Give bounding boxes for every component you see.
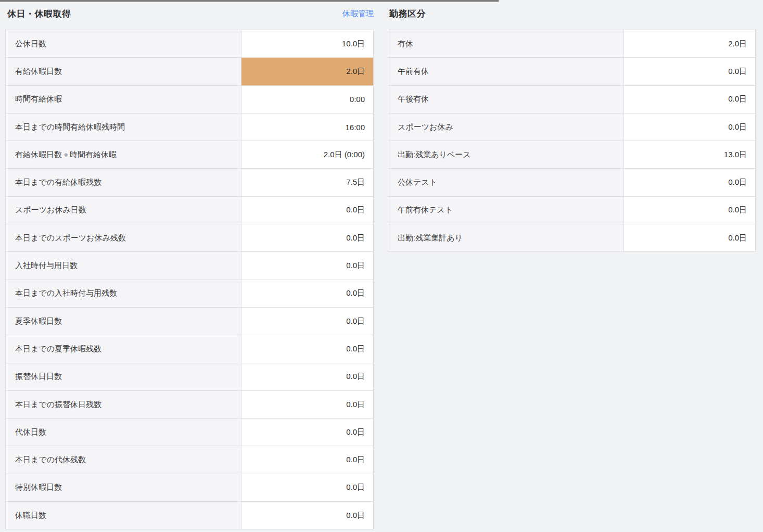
table-row: 特別休暇日数0.0日	[6, 474, 374, 501]
row-label: 時間有給休暇	[6, 85, 241, 113]
row-value: 0.0日	[241, 474, 374, 501]
row-label: 振替休日日数	[6, 363, 241, 390]
row-label: 有休	[388, 30, 624, 58]
row-value: 0.0日	[241, 390, 374, 418]
row-value: 2.0日	[624, 30, 756, 58]
holiday-panel-header: 休日・休暇取得 休暇管理	[5, 6, 374, 21]
row-label: 夏季休暇日数	[6, 307, 241, 335]
table-row: 本日までの時間有給休暇残時間16:00	[6, 113, 374, 141]
row-label: 有給休暇日数＋時間有給休暇	[6, 141, 241, 169]
row-label: 有給休暇日数	[6, 58, 241, 85]
row-value: 0.0日	[241, 502, 374, 529]
row-label: 本日までの入社時付与用残数	[6, 280, 241, 307]
row-label: 本日までのスポーツお休み残数	[6, 224, 241, 252]
row-value: 0.0日	[241, 196, 374, 224]
row-value: 0.0日	[241, 224, 374, 252]
work-type-table: 有休2.0日午前有休0.0日午後有休0.0日スポーツお休み0.0日出勤:残業あり…	[388, 30, 756, 252]
row-value: 2.0日 (0:00)	[241, 141, 374, 169]
row-value: 0.0日	[241, 280, 374, 307]
table-row: 入社時付与用日数0.0日	[6, 252, 374, 280]
table-row: 休職日数0.0日	[6, 502, 374, 529]
table-row: 午後有休0.0日	[388, 85, 756, 113]
row-value: 0.0日	[624, 224, 756, 252]
holiday-leave-table: 公休日数10.0日有給休暇日数2.0日時間有給休暇0:00本日までの時間有給休暇…	[5, 30, 374, 529]
table-row: 代休日数0.0日	[6, 419, 374, 446]
row-value-highlighted[interactable]: 2.0日	[241, 58, 374, 85]
row-value: 0.0日	[241, 252, 374, 280]
table-row: 有給休暇日数＋時間有給休暇2.0日 (0:00)	[6, 141, 374, 169]
row-value: 0:00	[241, 85, 374, 113]
row-label: 公休日数	[6, 30, 241, 58]
row-label: 公休テスト	[388, 169, 624, 196]
work-type-panel-title: 勤務区分	[389, 8, 426, 20]
row-value: 13.0日	[624, 141, 756, 169]
table-row: 本日までの入社時付与用残数0.0日	[6, 280, 374, 307]
table-row: スポーツお休み0.0日	[388, 113, 756, 141]
table-row: 有給休暇日数2.0日	[6, 58, 374, 85]
row-value: 0.0日	[624, 113, 756, 141]
row-value: 10.0日	[241, 30, 374, 58]
row-label: 本日までの時間有給休暇残時間	[6, 113, 241, 141]
row-value: 0.0日	[241, 419, 374, 446]
table-row: 振替休日日数0.0日	[6, 363, 374, 390]
row-label: 休職日数	[6, 502, 241, 529]
top-divider-bar	[0, 0, 499, 2]
table-row: 午前有休0.0日	[388, 58, 756, 85]
row-label: 本日までの代休残数	[6, 446, 241, 474]
row-label: 入社時付与用日数	[6, 252, 241, 280]
row-label: スポーツお休み	[388, 113, 624, 141]
table-row: 公休日数10.0日	[6, 30, 374, 58]
table-row: 時間有給休暇0:00	[6, 85, 374, 113]
table-row: 本日までのスポーツお休み残数0.0日	[6, 224, 374, 252]
table-row: 出勤:残業集計あり0.0日	[388, 224, 756, 252]
table-row: 夏季休暇日数0.0日	[6, 307, 374, 335]
work-type-panel-header: 勤務区分	[388, 6, 756, 21]
table-row: スポーツお休み日数0.0日	[6, 196, 374, 224]
row-label: 午後有休	[388, 85, 624, 113]
table-row: 本日までの振替休日残数0.0日	[6, 390, 374, 418]
row-value: 0.0日	[624, 85, 756, 113]
table-row: 本日までの有給休暇残数7.5日	[6, 169, 374, 196]
table-row: 有休2.0日	[388, 30, 756, 58]
row-value: 0.0日	[624, 169, 756, 196]
holiday-panel-title: 休日・休暇取得	[7, 8, 71, 20]
row-label: 午前有休テスト	[388, 196, 624, 224]
row-value: 0.0日	[624, 196, 756, 224]
row-label: 本日までの振替休日残数	[6, 390, 241, 418]
table-row: 本日までの夏季休暇残数0.0日	[6, 335, 374, 363]
row-label: 本日までの夏季休暇残数	[6, 335, 241, 363]
table-row: 午前有休テスト0.0日	[388, 196, 756, 224]
row-value: 0.0日	[241, 363, 374, 390]
row-label: 本日までの有給休暇残数	[6, 169, 241, 196]
row-value: 7.5日	[241, 169, 374, 196]
row-label: 出勤:残業ありベース	[388, 141, 624, 169]
row-label: 代休日数	[6, 419, 241, 446]
row-value: 0.0日	[241, 335, 374, 363]
row-label: 出勤:残業集計あり	[388, 224, 624, 252]
row-value: 0.0日	[624, 58, 756, 85]
row-value: 0.0日	[241, 307, 374, 335]
table-row: 出勤:残業ありベース13.0日	[388, 141, 756, 169]
table-row: 公休テスト0.0日	[388, 169, 756, 196]
row-label: スポーツお休み日数	[6, 196, 241, 224]
row-label: 特別休暇日数	[6, 474, 241, 501]
leave-management-link[interactable]: 休暇管理	[342, 9, 374, 19]
table-row: 本日までの代休残数0.0日	[6, 446, 374, 474]
row-value: 0.0日	[241, 446, 374, 474]
row-label: 午前有休	[388, 58, 624, 85]
row-value: 16:00	[241, 113, 374, 141]
